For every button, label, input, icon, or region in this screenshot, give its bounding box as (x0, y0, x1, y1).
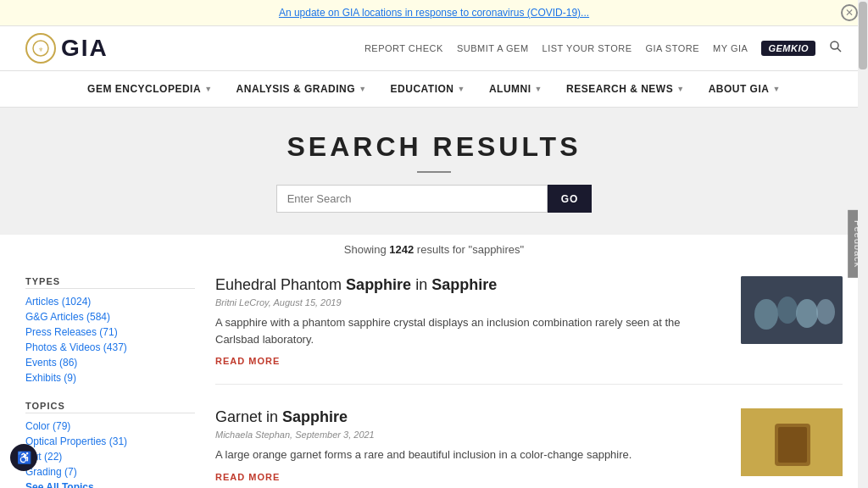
filter-press-releases[interactable]: Press Releases (71) (25, 326, 195, 338)
search-input[interactable] (276, 185, 548, 213)
filter-types-title: TYPES (25, 276, 195, 289)
chevron-down-icon: ▼ (772, 85, 780, 93)
svg-line-3 (837, 48, 841, 52)
search-icon-button[interactable] (829, 40, 843, 57)
result-title: Euhedral Phantom Sapphire in Sapphire (215, 276, 727, 294)
filter-topics-section: TOPICS Color (79) Optical Properties (31… (25, 401, 195, 488)
search-hero: SEARCH RESULTS GO (0, 108, 868, 235)
filter-grading[interactable]: Grading (7) (25, 466, 195, 478)
scrollbar-thumb[interactable] (859, 2, 867, 69)
search-icon (829, 40, 843, 53)
announcement-link[interactable]: An update on GIA locations in response t… (279, 7, 589, 19)
filter-exhibits[interactable]: Exhibits (9) (25, 372, 195, 384)
report-check-link[interactable]: REPORT CHECK (364, 43, 443, 53)
garnet-sapphire-image (741, 408, 843, 476)
result-item: Garnet in Sapphire Michaela Stephan, Sep… (215, 408, 843, 488)
announcement-bar: An update on GIA locations in response t… (0, 0, 868, 26)
accessibility-icon: ♿ (17, 451, 31, 464)
top-nav-links: REPORT CHECK SUBMIT A GEM LIST YOUR STOR… (364, 40, 843, 57)
svg-point-5 (754, 299, 778, 330)
gemkio-badge[interactable]: Gemkio (761, 41, 815, 56)
result-text: Garnet in Sapphire Michaela Stephan, Sep… (215, 408, 727, 483)
nav-analysis-grading[interactable]: ANALYSIS & GRADING ▼ (236, 83, 367, 95)
read-more-link[interactable]: READ MORE (215, 356, 280, 366)
filter-color[interactable]: Color (79) (25, 420, 195, 432)
chevron-down-icon: ▼ (204, 85, 212, 93)
logo-area: ⚜ GIA (25, 33, 108, 64)
svg-point-6 (777, 297, 798, 324)
svg-point-8 (816, 299, 835, 324)
filter-gg-articles[interactable]: G&G Articles (584) (25, 311, 195, 323)
nav-about-gia[interactable]: ABOUT GIA ▼ (709, 83, 781, 95)
chevron-down-icon: ▼ (676, 85, 684, 93)
nav-alumni[interactable]: ALUMNI ▼ (489, 83, 542, 95)
svg-text:⚜: ⚜ (38, 47, 43, 53)
see-all-topics-link[interactable]: See All Topics (25, 481, 195, 488)
submit-gem-link[interactable]: SUBMIT A GEM (457, 43, 529, 53)
page-title: SEARCH RESULTS (17, 131, 851, 163)
result-description: A large orange garnet forms a rare and b… (215, 446, 727, 463)
svg-point-7 (796, 299, 818, 328)
list-store-link[interactable]: LIST YOUR STORE (542, 43, 632, 53)
result-meta: Michaela Stephan, September 3, 2021 (215, 430, 727, 440)
result-title: Garnet in Sapphire (215, 408, 727, 426)
svg-rect-11 (778, 427, 807, 463)
gia-logo-text: GIA (61, 35, 108, 62)
search-bar: GO (17, 185, 851, 213)
top-nav: ⚜ GIA REPORT CHECK SUBMIT A GEM LIST YOU… (0, 26, 868, 71)
hero-divider (417, 171, 451, 173)
results-list: Euhedral Phantom Sapphire in Sapphire Br… (215, 276, 843, 488)
read-more-link[interactable]: READ MORE (215, 472, 280, 482)
filter-photos-videos[interactable]: Photos & Videos (437) (25, 341, 195, 353)
chevron-down-icon: ▼ (458, 85, 465, 93)
svg-point-2 (831, 42, 838, 49)
gia-emblem-icon: ⚜ (31, 39, 50, 58)
filter-articles[interactable]: Articles (1024) (25, 296, 195, 308)
nav-gem-encyclopedia[interactable]: GEM ENCYCLOPEDIA ▼ (87, 83, 212, 95)
result-thumbnail (741, 276, 843, 344)
filter-optical-properties[interactable]: Optical Properties (31) (25, 435, 195, 447)
result-text: Euhedral Phantom Sapphire in Sapphire Br… (215, 276, 727, 367)
nav-education[interactable]: EDUCATION ▼ (391, 83, 465, 95)
filter-events[interactable]: Events (86) (25, 357, 195, 369)
announcement-close-button[interactable]: ✕ (841, 4, 858, 21)
scrollbar[interactable] (858, 0, 868, 488)
results-count: Showing 1242 results for "sapphires" (0, 235, 868, 259)
chevron-down-icon: ▼ (535, 85, 542, 93)
sidebar: TYPES Articles (1024) G&G Articles (584)… (25, 276, 195, 488)
gia-store-link[interactable]: GIA STORE (645, 43, 699, 53)
nav-research-news[interactable]: RESEARCH & NEWS ▼ (566, 83, 685, 95)
result-description: A sapphire with a phantom sapphire cryst… (215, 314, 727, 347)
filter-topics-title: TOPICS (25, 401, 195, 413)
search-go-button[interactable]: GO (548, 185, 593, 213)
filter-types-section: TYPES Articles (1024) G&G Articles (584)… (25, 276, 195, 384)
content-area: TYPES Articles (1024) G&G Articles (584)… (0, 259, 868, 488)
result-item: Euhedral Phantom Sapphire in Sapphire Br… (215, 276, 843, 385)
sapphire-crystal-image (741, 276, 843, 344)
chevron-down-icon: ▼ (359, 85, 366, 93)
result-thumbnail (741, 408, 843, 476)
result-meta: Britni LeCroy, August 15, 2019 (215, 297, 727, 308)
my-gia-link[interactable]: MY GIA (713, 43, 748, 53)
main-nav: GEM ENCYCLOPEDIA ▼ ANALYSIS & GRADING ▼ … (0, 71, 868, 108)
accessibility-button[interactable]: ♿ (10, 444, 37, 471)
filter-cut[interactable]: Cut (22) (25, 451, 195, 463)
logo-emblem: ⚜ (25, 33, 56, 64)
